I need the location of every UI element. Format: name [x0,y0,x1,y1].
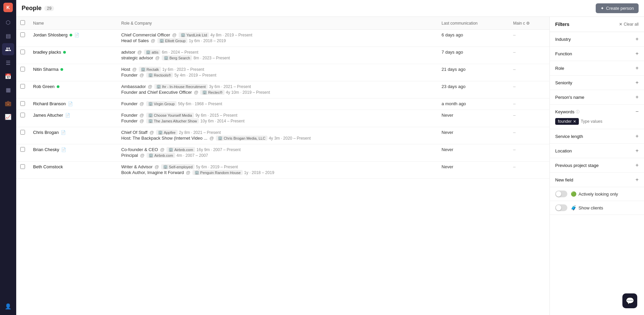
company-badge[interactable]: 🏢 YardLink Ltd [179,32,209,37]
company-badge[interactable]: 🏢 Berg Search [162,55,192,60]
company-badge[interactable]: 🏢 Penguin Random House [192,170,243,175]
main-c-value: – [513,67,516,72]
person-name[interactable]: Jordan Shlosberg📄 [33,32,113,37]
row-checkbox[interactable] [20,67,25,71]
filter-industry[interactable]: Industry + [550,32,644,47]
company-name: The James Altucher Show [154,119,197,123]
bag-icon[interactable]: 💼 [2,97,14,109]
company-name: Rectools® [154,73,171,77]
keywords-collapse-button[interactable]: − [636,109,639,115]
keywords-header: Keywords ⓘ − [555,109,639,115]
count-badge: 29 [44,6,54,11]
role-line: Ambassador @ 🏢 lhr - In-House Recruitmen… [121,84,434,89]
company-badge[interactable]: 🏢 Self-employed [161,164,195,169]
keywords-info-icon[interactable]: ⓘ [576,109,579,114]
role-duration: 9y 6m · 2015 – Present [196,113,237,118]
company-badge[interactable]: 🏢 The James Altucher Show [146,118,199,123]
chat-fab-button[interactable]: 💬 [622,293,637,308]
role-title: Ambassador [121,84,146,89]
person-name[interactable]: Chris Brogan📄 [33,130,113,135]
filter-role[interactable]: Role + [550,61,644,76]
user-icon[interactable]: 👤 [2,300,14,312]
person-name[interactable]: Richard Branson📄 [33,101,113,106]
role-line: Founder @ 🏢 Virgin Group 56y 6m · 1968 –… [121,101,434,106]
role-title: Founder [121,73,137,78]
analytics-icon[interactable]: 📈 [2,111,14,123]
company-badge[interactable]: 🏢 Virgin Group [146,101,177,106]
inbox-icon[interactable]: ▤ [2,30,14,42]
person-name[interactable]: James Altucher📄 [33,113,113,118]
remove-keyword-button[interactable]: ✕ [573,119,576,124]
role-line: Founder @ 🏢 Rectools® 5y 4m · 2019 – Pre… [121,73,434,78]
list-icon[interactable]: ☰ [2,57,14,69]
last-comm-value: Never [442,130,454,135]
person-name-text: James Altucher [33,113,63,118]
calendar-icon[interactable]: 📅 [2,70,14,82]
last-comm-value: 21 days ago [442,67,466,72]
select-all-checkbox[interactable] [20,20,25,25]
doc-icon[interactable]: 📄 [68,102,73,106]
people-icon[interactable] [2,43,14,55]
company-badge[interactable]: 🏢 Choose Yourself Media [146,113,194,118]
home-icon[interactable]: ⬡ [2,16,14,28]
main-c-cell: – [509,64,550,81]
filter-function[interactable]: Function + [550,47,644,61]
person-name[interactable]: Brian Chesky📄 [33,147,113,152]
person-name[interactable]: bradley placks [33,50,113,55]
company-badge[interactable]: 🏢 Airbnb.com [147,153,175,158]
doc-icon[interactable]: 📄 [65,113,70,118]
person-name-text: Beth Comstock [33,164,63,169]
person-name[interactable]: Beth Comstock [33,164,113,169]
filter-previous-project-stage[interactable]: Previous project stage + [550,158,644,173]
table-row: Rob Green Ambassador @ 🏢 lhr - In-House … [16,81,549,98]
row-checkbox[interactable] [20,130,25,135]
row-checkbox[interactable] [20,164,25,169]
company-badge[interactable]: 🏢 Rectec® [200,90,224,95]
clients-icon: 🧳 [571,205,576,210]
main-c-cell: – [509,162,550,179]
company-badge[interactable]: 🏢 Airbnb.com [166,147,195,152]
clear-all-button[interactable]: ✕ Clear all [619,22,639,27]
company-badge[interactable]: 🏢 Rectools® [146,73,173,78]
row-checkbox[interactable] [20,84,25,89]
role-line: Book Author, Imagine It Forward @ 🏢 Peng… [121,170,434,175]
role-title: Co-founder & CEO [121,147,158,152]
company-badge[interactable]: 🏢 Rectalk [139,67,161,72]
chart-icon[interactable]: ▦ [2,84,14,96]
show-clients-toggle[interactable] [555,204,567,211]
filter-location[interactable]: Location + [550,144,644,158]
company-badge[interactable]: 🏢 Appfire [156,130,178,135]
company-badge[interactable]: 🏢 Chris Brogan Media, LLC [216,136,267,141]
person-name-cell: Nitin Sharma [29,64,117,81]
person-name[interactable]: Rob Green [33,84,113,89]
building-icon: 🏢 [202,90,207,94]
keyword-input[interactable] [581,119,639,124]
filter-new-field[interactable]: New field + [550,173,644,187]
doc-icon[interactable]: 📄 [61,147,66,152]
doc-icon[interactable]: 📄 [61,130,66,135]
filter-service-length[interactable]: Service length + [550,129,644,144]
company-name: Choose Yourself Media [154,113,192,117]
row-checkbox[interactable] [20,50,25,54]
actively-looking-toggle[interactable] [555,191,567,197]
company-badge[interactable]: 🏢 attis [144,50,160,55]
table-row: Chris Brogan📄 Chief Of Staff @ 🏢 Appfire… [16,127,549,144]
row-checkbox[interactable] [20,32,25,37]
company-badge[interactable]: 🏢 Elliott Group [157,38,188,43]
main-c-value: – [513,130,516,135]
filter-seniority[interactable]: Seniority + [550,76,644,90]
company-badge[interactable]: 🏢 lhr - In-House Recruitment [154,84,208,89]
role-duration: 1y 6m · 2023 – Present [162,67,204,72]
person-name-cell: James Altucher📄 [29,110,117,127]
doc-icon[interactable]: 📄 [74,33,79,37]
row-checkbox[interactable] [20,113,25,117]
person-name[interactable]: Nitin Sharma [33,67,113,72]
keyword-tag-founder[interactable]: founder ✕ [555,118,579,125]
person-name-text: Chris Brogan [33,130,59,135]
building-icon: 🏢 [169,147,173,152]
row-checkbox[interactable] [20,147,25,152]
row-checkbox[interactable] [20,101,25,106]
last-comm-value: 23 days ago [442,84,466,89]
create-person-button[interactable]: ✦ Create person [596,3,639,13]
filter-persons-name[interactable]: Person's name + [550,90,644,105]
